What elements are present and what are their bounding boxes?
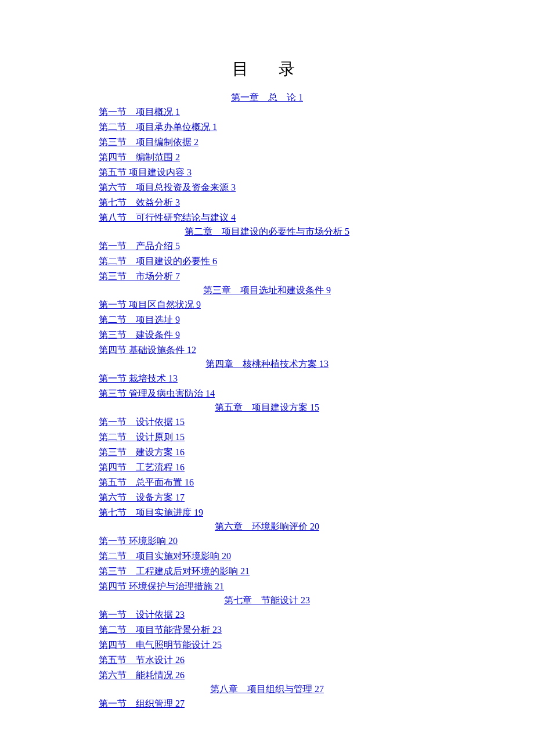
toc-link[interactable]: 第六节 项目总投资及资金来源 3	[99, 182, 236, 192]
toc-link[interactable]: 第六节 设备方案 17	[99, 492, 185, 502]
toc-link[interactable]: 第二节 设计原则 15	[99, 432, 185, 442]
toc-section: 第三节 建设方案 16	[99, 445, 435, 459]
toc-section: 第一节 产品介绍 5	[99, 239, 435, 253]
toc-section: 第三节 工程建成后对环境的影响 21	[99, 564, 435, 578]
toc-link[interactable]: 第一节 组织管理 27	[99, 699, 185, 708]
toc-section: 第一节 设计依据 23	[99, 608, 435, 622]
toc-chapter: 第一章 总 论 1	[99, 92, 435, 104]
toc-link[interactable]: 第四节 编制范围 2	[99, 152, 180, 162]
toc-link[interactable]: 第一节 设计依据 15	[99, 417, 185, 427]
toc-section: 第五节 节水设计 26	[99, 653, 435, 667]
toc-link[interactable]: 第一节 环境影响 20	[99, 536, 178, 546]
toc-section: 第一节 环境影响 20	[99, 534, 435, 548]
toc-chapter: 第三章 项目选址和建设条件 9	[99, 285, 435, 297]
toc-link[interactable]: 第四节 电气照明节能设计 25	[99, 640, 222, 650]
toc-link[interactable]: 第八节 可行性研究结论与建议 4	[99, 213, 236, 222]
toc-link[interactable]: 第四节 环境保护与治理措施 21	[99, 581, 224, 591]
table-of-contents: 第一章 总 论 1第一节 项目概况 1第二节 项目承办单位概况 1第三节 项目编…	[99, 92, 435, 711]
toc-section: 第一节 组织管理 27	[99, 697, 435, 711]
toc-link[interactable]: 第二节 项目实施对环境影响 20	[99, 551, 231, 561]
toc-section: 第四节 编制范围 2	[99, 150, 435, 164]
toc-link[interactable]: 第一节 栽培技术 13	[99, 373, 178, 383]
toc-link[interactable]: 第五节 节水设计 26	[99, 655, 185, 665]
toc-chapter: 第四章 核桃种植技术方案 13	[99, 358, 435, 370]
toc-link[interactable]: 第七节 效益分析 3	[99, 197, 180, 207]
toc-chapter: 第六章 环境影响评价 20	[99, 521, 435, 533]
toc-section: 第二节 项目选址 9	[99, 313, 435, 327]
toc-link[interactable]: 第一节 项目区自然状况 9	[99, 300, 201, 309]
toc-link[interactable]: 第八章 项目组织与管理 27	[210, 684, 324, 694]
toc-section: 第七节 项目实施进度 19	[99, 506, 435, 520]
toc-section: 第五节 项目建设内容 3	[99, 165, 435, 179]
toc-section: 第一节 项目区自然状况 9	[99, 298, 435, 312]
toc-link[interactable]: 第二节 项目节能背景分析 23	[99, 625, 222, 635]
toc-link[interactable]: 第三节 建设条件 9	[99, 330, 180, 340]
toc-link[interactable]: 第三章 项目选址和建设条件 9	[203, 285, 331, 295]
toc-section: 第四节 工艺流程 16	[99, 460, 435, 474]
toc-link[interactable]: 第六章 环境影响评价 20	[215, 521, 319, 531]
toc-section: 第三节 管理及病虫害防治 14	[99, 387, 435, 401]
toc-section: 第二节 设计原则 15	[99, 430, 435, 444]
toc-link[interactable]: 第三节 管理及病虫害防治 14	[99, 388, 215, 398]
toc-link[interactable]: 第六节 能耗情况 26	[99, 670, 185, 680]
toc-link[interactable]: 第二节 项目选址 9	[99, 315, 180, 325]
toc-link[interactable]: 第三节 市场分析 7	[99, 271, 180, 281]
toc-section: 第三节 项目编制依据 2	[99, 135, 435, 149]
toc-link[interactable]: 第四章 核桃种植技术方案 13	[205, 359, 329, 369]
toc-chapter: 第五章 项目建设方案 15	[99, 402, 435, 414]
toc-link[interactable]: 第四节 基础设施条件 12	[99, 345, 196, 355]
toc-link[interactable]: 第五节 总平面布置 16	[99, 477, 194, 487]
toc-chapter: 第七章 节能设计 23	[99, 595, 435, 607]
toc-section: 第二节 项目建设的必要性 6	[99, 254, 435, 268]
toc-link[interactable]: 第三节 项目编制依据 2	[99, 137, 199, 147]
toc-section: 第六节 设备方案 17	[99, 491, 435, 505]
toc-section: 第七节 效益分析 3	[99, 196, 435, 210]
toc-link[interactable]: 第五章 项目建设方案 15	[215, 402, 319, 412]
toc-link[interactable]: 第二章 项目建设的必要性与市场分析 5	[185, 226, 349, 236]
toc-link[interactable]: 第二节 项目建设的必要性 6	[99, 256, 217, 266]
toc-section: 第五节 总平面布置 16	[99, 476, 435, 489]
toc-section: 第一节 设计依据 15	[99, 415, 435, 429]
toc-link[interactable]: 第一节 设计依据 23	[99, 610, 185, 620]
toc-link[interactable]: 第四节 工艺流程 16	[99, 462, 185, 472]
page-title: 目 录	[99, 58, 435, 80]
toc-link[interactable]: 第三节 工程建成后对环境的影响 21	[99, 566, 250, 576]
toc-link[interactable]: 第五节 项目建设内容 3	[99, 167, 192, 177]
toc-link[interactable]: 第七章 节能设计 23	[224, 595, 310, 605]
toc-section: 第三节 建设条件 9	[99, 328, 435, 342]
toc-section: 第三节 市场分析 7	[99, 269, 435, 283]
toc-link[interactable]: 第一节 项目概况 1	[99, 107, 180, 117]
toc-section: 第二节 项目承办单位概况 1	[99, 120, 435, 134]
toc-link[interactable]: 第七节 项目实施进度 19	[99, 507, 203, 517]
toc-chapter: 第二章 项目建设的必要性与市场分析 5	[99, 226, 435, 238]
toc-section: 第八节 可行性研究结论与建议 4	[99, 211, 435, 225]
toc-section: 第六节 项目总投资及资金来源 3	[99, 181, 435, 195]
toc-link[interactable]: 第三节 建设方案 16	[99, 447, 185, 457]
toc-chapter: 第八章 项目组织与管理 27	[99, 683, 435, 696]
toc-section: 第二节 项目实施对环境影响 20	[99, 549, 435, 563]
toc-section: 第四节 电气照明节能设计 25	[99, 638, 435, 652]
toc-section: 第二节 项目节能背景分析 23	[99, 623, 435, 637]
toc-section: 第六节 能耗情况 26	[99, 668, 435, 682]
toc-section: 第一节 项目概况 1	[99, 105, 435, 119]
toc-link[interactable]: 第一节 产品介绍 5	[99, 241, 180, 251]
toc-section: 第四节 环境保护与治理措施 21	[99, 579, 435, 593]
toc-link[interactable]: 第二节 项目承办单位概况 1	[99, 122, 217, 132]
toc-link[interactable]: 第一章 总 论 1	[231, 92, 303, 102]
toc-section: 第一节 栽培技术 13	[99, 372, 435, 386]
toc-section: 第四节 基础设施条件 12	[99, 343, 435, 357]
